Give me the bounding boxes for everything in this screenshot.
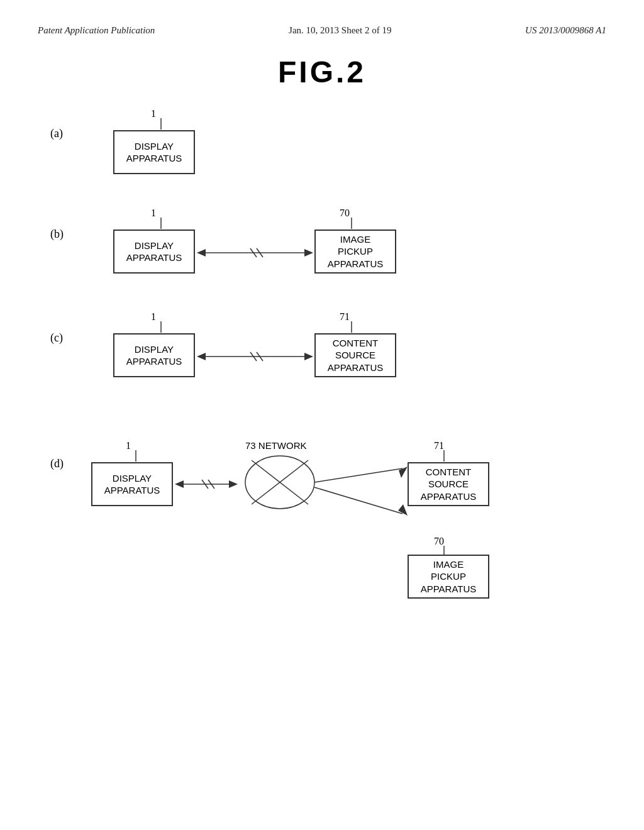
svg-line-26: [314, 468, 402, 482]
section-c-display-num: 1: [151, 311, 156, 323]
section-a-display-box: DISPLAY APPARATUS: [113, 130, 195, 174]
svg-marker-5: [304, 249, 313, 257]
section-d-top-right-box: CONTENT SOURCE APPARATUS: [408, 462, 489, 506]
section-c-display-box: DISPLAY APPARATUS: [113, 333, 195, 377]
section-b-label: (b): [50, 228, 64, 241]
section-d-display-num: 1: [126, 440, 131, 451]
section-c-right-box: CONTENT SOURCE APPARATUS: [314, 333, 396, 377]
section-a-label: (a): [50, 127, 63, 140]
section-d-label: (d): [50, 457, 64, 470]
section-c-right-num: 71: [340, 311, 350, 323]
svg-marker-23: [229, 480, 238, 488]
svg-marker-27: [399, 467, 408, 478]
page-header: Patent Application Publication Jan. 10, …: [0, 0, 644, 36]
section-d-display-box: DISPLAY APPARATUS: [91, 462, 173, 506]
section-b-right-box: IMAGE PICKUP APPARATUS: [314, 230, 396, 274]
diagram-area: (a) 1 DISPLAY APPARATUS (b) 1 DISPLAY AP…: [0, 96, 644, 819]
section-b-display-num: 1: [151, 208, 156, 219]
svg-marker-11: [197, 353, 206, 360]
section-d-top-right-num: 71: [434, 440, 444, 451]
header-patent-number: US 2013/0009868 A1: [525, 25, 606, 36]
section-b-right-num: 70: [340, 208, 350, 219]
section-d-bottom-right-num: 70: [434, 536, 444, 547]
section-a-display-num: 1: [151, 108, 156, 119]
figure-title: FIG.2: [0, 55, 644, 89]
svg-marker-12: [304, 353, 313, 360]
svg-marker-22: [175, 480, 184, 488]
header-publication-type: Patent Application Publication: [38, 25, 155, 36]
svg-marker-29: [398, 504, 408, 516]
svg-line-28: [314, 487, 402, 514]
section-d-bottom-right-box: IMAGE PICKUP APPARATUS: [408, 555, 489, 599]
section-d-network-label: 73 NETWORK: [245, 440, 307, 451]
header-date-sheet: Jan. 10, 2013 Sheet 2 of 19: [289, 25, 391, 36]
section-b-display-box: DISPLAY APPARATUS: [113, 230, 195, 274]
section-c-label: (c): [50, 331, 63, 345]
svg-marker-4: [197, 249, 206, 257]
